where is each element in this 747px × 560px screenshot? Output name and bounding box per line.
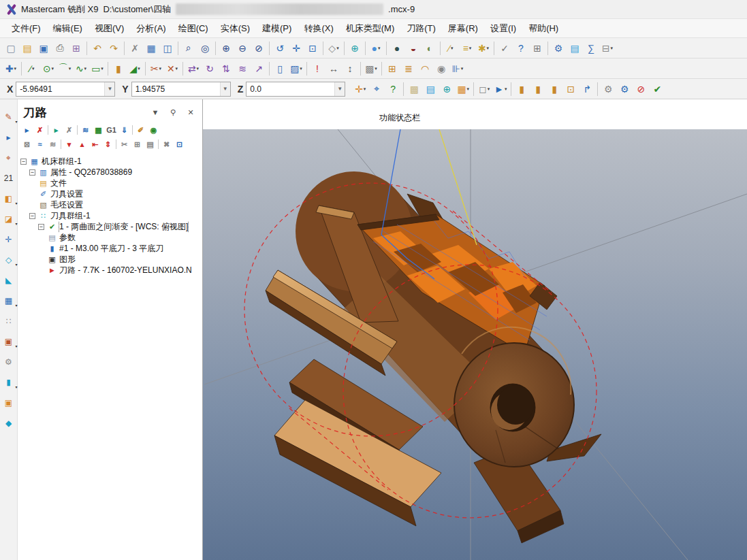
create-cylinder-icon[interactable]: ▮ bbox=[110, 61, 127, 77]
grid-mini-icon[interactable]: ▦▾ bbox=[2, 294, 16, 308]
shade-material-icon[interactable]: ◒ bbox=[405, 40, 422, 56]
cylinder-mini-icon[interactable]: ▮▾ bbox=[2, 376, 16, 389]
create-chamfer-icon[interactable]: ◢▾ bbox=[127, 61, 143, 77]
hatch-pattern-icon[interactable]: ▩▾ bbox=[363, 61, 379, 77]
tree-item-tool-group[interactable]: −∷刀具群组-1 bbox=[18, 210, 202, 221]
menu-xform[interactable]: 转换(X) bbox=[298, 20, 339, 37]
new-file-icon[interactable]: ▢ bbox=[3, 40, 19, 56]
chevron-down-icon[interactable]: ▼ bbox=[104, 82, 114, 96]
gear-config-2-icon[interactable]: ⚙ bbox=[616, 81, 633, 97]
copy-operation-icon[interactable]: ⊞ bbox=[131, 138, 144, 150]
surface-net-icon[interactable]: ▨▾ bbox=[288, 61, 304, 77]
fit-screen-icon[interactable]: ⊡ bbox=[304, 40, 321, 56]
cube-iso-icon[interactable]: ◪▾ bbox=[2, 212, 16, 226]
print-icon[interactable]: ⎙ bbox=[52, 40, 68, 56]
gview-mini-icon[interactable]: ◣ bbox=[2, 274, 16, 287]
menu-settings[interactable]: 设置(I) bbox=[484, 20, 522, 37]
panel-help-icon[interactable]: ◉ bbox=[147, 124, 160, 136]
dim-width-icon[interactable]: ↔ bbox=[325, 61, 342, 77]
undo-icon[interactable]: ↶ bbox=[89, 40, 106, 56]
scroll-insert-icon[interactable]: ⇕ bbox=[101, 138, 114, 150]
level-badge[interactable]: 21 bbox=[2, 171, 16, 185]
trim-break-icon[interactable]: ✂▾ bbox=[148, 61, 164, 77]
paste-operation-icon[interactable]: ▤ bbox=[144, 138, 157, 150]
grid-snap-icon[interactable]: ▦▾ bbox=[455, 81, 471, 97]
gears-icon[interactable]: ⚙ bbox=[550, 40, 567, 56]
wcs-globe-icon[interactable]: ⊕ bbox=[347, 40, 363, 56]
y-coordinate-input[interactable]: 1.94575 ▼ bbox=[131, 82, 231, 97]
unzoom-icon[interactable]: ⊘ bbox=[251, 40, 267, 56]
post-process-icon[interactable]: G1 bbox=[105, 124, 118, 136]
z-coordinate-input[interactable]: 0.0 ▼ bbox=[246, 82, 345, 97]
create-point-icon[interactable]: ✚▾ bbox=[3, 61, 19, 77]
xform-mirror-icon[interactable]: ⇅ bbox=[218, 61, 234, 77]
chevron-down-icon[interactable]: ▼ bbox=[334, 82, 345, 96]
blank-entity-icon[interactable]: ◫ bbox=[159, 40, 176, 56]
create-rectangle-icon[interactable]: ▭▾ bbox=[89, 61, 106, 77]
shade-translucent-icon[interactable]: ◐ bbox=[422, 40, 438, 56]
menu-screen[interactable]: 屏幕(R) bbox=[442, 20, 484, 37]
delete-entity-icon[interactable]: ✗ bbox=[127, 40, 143, 56]
feed-speed-icon[interactable]: ⇓ bbox=[118, 124, 131, 136]
panel-close-icon[interactable]: ✕ bbox=[186, 108, 195, 117]
create-arc-icon[interactable]: ⊙▾ bbox=[40, 61, 57, 77]
post-toggle-icon[interactable]: ≋ bbox=[46, 138, 59, 150]
menu-view[interactable]: 视图(V) bbox=[89, 20, 130, 37]
select-all-operations-icon[interactable]: ▸ bbox=[20, 124, 33, 136]
help-icon[interactable]: ? bbox=[513, 40, 529, 56]
confirm-check-icon[interactable]: ✔ bbox=[649, 81, 665, 97]
redo-icon[interactable]: ↷ bbox=[106, 40, 122, 56]
sketcher-icon[interactable]: ✎▾ bbox=[2, 110, 16, 124]
select-last-icon[interactable]: ↱ bbox=[579, 81, 595, 97]
fast-point-icon[interactable]: ⌖ bbox=[368, 81, 385, 97]
line-style-icon[interactable]: ∕▾ bbox=[443, 40, 459, 56]
screen-capture-icon[interactable]: ⊞ bbox=[68, 40, 84, 56]
gear-mini-icon[interactable]: ⚙ bbox=[2, 355, 16, 369]
graphics-viewport[interactable] bbox=[203, 129, 747, 560]
tree-expander-icon[interactable]: − bbox=[38, 224, 44, 230]
regen-all-icon[interactable]: ✗ bbox=[63, 124, 76, 136]
create-fillet-icon[interactable]: ⌒▾ bbox=[57, 61, 73, 77]
repaint-icon[interactable]: ▦ bbox=[143, 40, 159, 56]
plane-mini-icon[interactable]: ◇▾ bbox=[2, 253, 16, 267]
box-gold-icon[interactable]: ▣ bbox=[2, 396, 16, 410]
tree-expander-icon[interactable]: − bbox=[20, 159, 27, 165]
zoom-window-icon[interactable]: ⌕ bbox=[180, 40, 197, 56]
raster-image-icon[interactable]: ▩ bbox=[406, 81, 422, 97]
create-spline-icon[interactable]: ∿▾ bbox=[73, 61, 89, 77]
cube-top-icon[interactable]: ◧▾ bbox=[2, 192, 16, 205]
tree-item-properties[interactable]: −▥属性 - QQ2678038869 bbox=[18, 167, 202, 178]
grid-params-icon[interactable]: ⊞ bbox=[529, 40, 545, 56]
materials-icon[interactable]: ◉ bbox=[433, 61, 449, 77]
axes-mini-icon[interactable]: ✛ bbox=[2, 233, 16, 246]
tree-item-operation-1[interactable]: −✔1 - 两曲面之间渐变 - [WCS: 俯视图] bbox=[18, 221, 202, 232]
verify-icon[interactable]: ▦ bbox=[92, 124, 105, 136]
panel-options-icon[interactable]: ⊡ bbox=[173, 138, 186, 150]
backplot-icon[interactable]: ≋ bbox=[79, 124, 92, 136]
dynamic-rotate-icon[interactable]: ↺ bbox=[272, 40, 288, 56]
solid-select-body-icon[interactable]: ▮ bbox=[530, 81, 546, 97]
xform-translate-icon[interactable]: ⇄▾ bbox=[185, 61, 202, 77]
menu-file[interactable]: 文件(F) bbox=[5, 20, 47, 37]
xform-scale-icon[interactable]: ↗ bbox=[251, 61, 267, 77]
toolpath-display-toggle-icon[interactable]: ≈ bbox=[33, 138, 46, 150]
regen-selected-icon[interactable]: ▸ bbox=[50, 124, 63, 136]
line-width-icon[interactable]: ≡▾ bbox=[459, 40, 475, 56]
xform-rotate-icon[interactable]: ↻ bbox=[202, 61, 218, 77]
analyze-cursor-icon[interactable]: ✓ bbox=[496, 40, 513, 56]
tree-item-files[interactable]: ▤文件 bbox=[18, 178, 202, 188]
cut-operation-icon[interactable]: ✂ bbox=[118, 138, 131, 150]
select-none-operations-icon[interactable]: ✗ bbox=[33, 124, 46, 136]
menu-edit[interactable]: 编辑(E) bbox=[47, 20, 89, 37]
tree-item-geometry[interactable]: ▣图形 bbox=[18, 254, 202, 265]
menu-help[interactable]: 帮助(H) bbox=[522, 20, 565, 37]
save-icon[interactable]: ▣ bbox=[35, 40, 52, 56]
xform-offset-icon[interactable]: ≋ bbox=[234, 61, 251, 77]
construction-sphere-icon[interactable]: ●▾ bbox=[368, 40, 384, 56]
solid-select-edge-icon[interactable]: ▮ bbox=[546, 81, 562, 97]
box-red-icon[interactable]: ▣▾ bbox=[2, 335, 16, 348]
backplot-mini-icon[interactable]: ▸ bbox=[2, 131, 16, 144]
zoom-target-icon[interactable]: ◎ bbox=[197, 40, 213, 56]
move-up-icon[interactable]: ▴ bbox=[76, 138, 89, 150]
point-style-icon[interactable]: ✱▾ bbox=[475, 40, 492, 56]
